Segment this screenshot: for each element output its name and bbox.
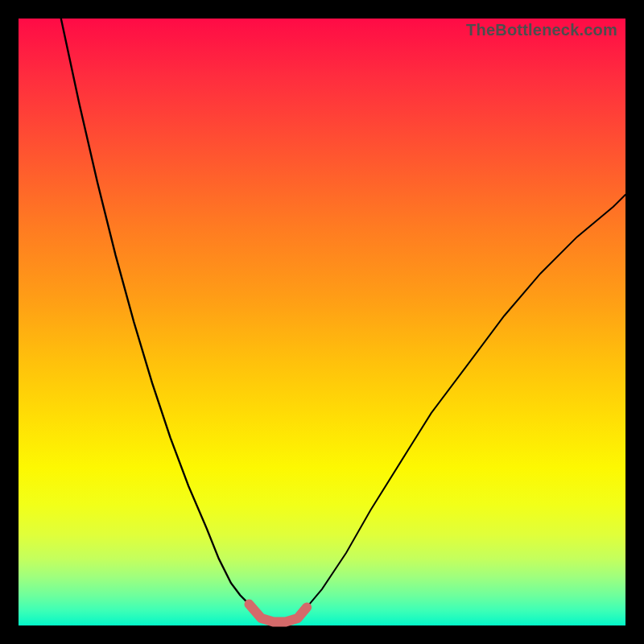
curve-valley-floor <box>250 605 308 622</box>
curve-right-branch <box>307 195 625 608</box>
curve-left-branch <box>61 19 250 605</box>
plot-area: TheBottleneck.com <box>19 19 625 625</box>
curve-layer <box>19 19 625 625</box>
chart-stage: TheBottleneck.com <box>0 0 644 644</box>
